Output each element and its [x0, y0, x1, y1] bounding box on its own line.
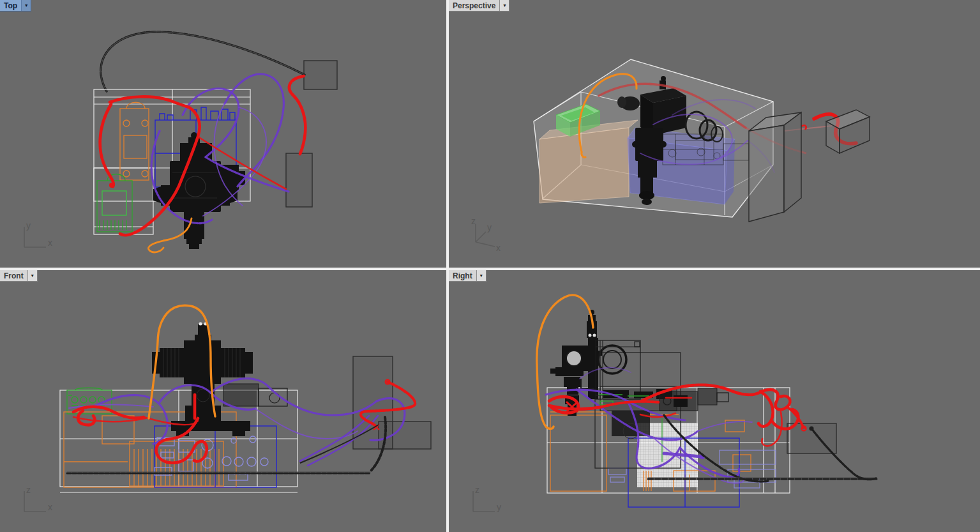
viewport-tab-front[interactable]: Front ▼ — [0, 270, 38, 282]
viewport-perspective[interactable]: Perspective ▼ z y x — [449, 0, 980, 268]
right-scene — [449, 270, 980, 532]
front-scene — [0, 270, 446, 532]
viewport-tab-label: Perspective — [449, 0, 499, 11]
viewport-right[interactable]: Right ▼ z y — [449, 270, 980, 532]
viewport-menu-arrow-icon[interactable]: ▼ — [27, 270, 37, 281]
viewport-tab-right[interactable]: Right ▼ — [449, 270, 486, 282]
external-box-tall[interactable] — [749, 112, 801, 222]
cad-workspace: Top ▼ y x — [0, 0, 980, 532]
viewport-tab-label: Front — [0, 270, 27, 281]
component-orange[interactable] — [120, 102, 149, 180]
viewport-front[interactable]: Front ▼ z x — [0, 270, 446, 532]
bounding-box-blue[interactable] — [155, 426, 276, 487]
component-tan-box[interactable] — [539, 120, 638, 203]
viewport-tab-label: Top — [0, 0, 21, 11]
machine-assembly[interactable] — [153, 132, 245, 249]
viewport-tab-label: Right — [449, 270, 476, 281]
viewport-menu-arrow-icon[interactable]: ▼ — [21, 0, 31, 11]
machine-assembly[interactable] — [550, 310, 728, 439]
external-box-small[interactable] — [304, 61, 337, 89]
viewport-tab-top[interactable]: Top ▼ — [0, 0, 31, 11]
machine-assembly[interactable] — [152, 323, 287, 437]
viewport-tab-perspective[interactable]: Perspective ▼ — [449, 0, 509, 11]
perspective-scene — [449, 0, 980, 268]
cable-black[interactable] — [101, 32, 305, 91]
top-scene — [0, 0, 446, 268]
viewport-top[interactable]: Top ▼ y x — [0, 0, 446, 268]
viewport-menu-arrow-icon[interactable]: ▼ — [476, 270, 486, 281]
viewport-menu-arrow-icon[interactable]: ▼ — [499, 0, 509, 11]
external-box-tall[interactable] — [286, 153, 312, 207]
